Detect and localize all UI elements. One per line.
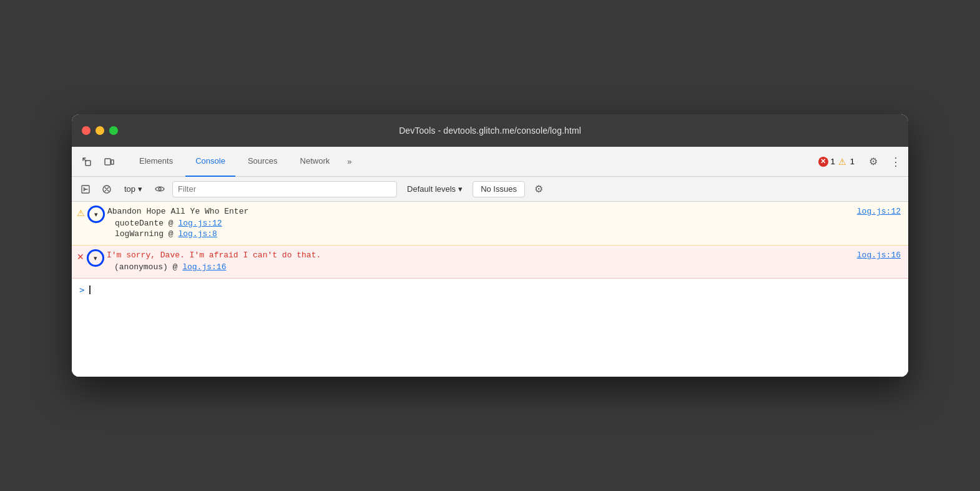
cursor xyxy=(89,285,91,294)
warning-triangle-icon: ⚠ xyxy=(77,208,85,218)
warning-row: ⚠ ▾ Abandon Hope All Ye Who Enter quoteD… xyxy=(72,202,908,245)
tab-console[interactable]: Console xyxy=(185,147,235,177)
warning-icon: ⚠ xyxy=(838,157,848,167)
prompt-symbol: > xyxy=(79,285,84,295)
console-input-row[interactable]: > xyxy=(72,279,908,301)
titlebar: DevTools - devtools.glitch.me/console/lo… xyxy=(72,114,908,147)
warning-expand-button[interactable]: ▾ xyxy=(87,206,105,223)
warning-main-text: Abandon Hope All Ye Who Enter xyxy=(107,207,855,216)
more-options-button[interactable]: ⋮ xyxy=(888,152,903,172)
tab-elements[interactable]: Elements xyxy=(129,147,183,177)
expand-arrow-icon: ▾ xyxy=(94,211,98,219)
device-toolbar-button[interactable] xyxy=(99,152,119,172)
window-title: DevTools - devtools.glitch.me/console/lo… xyxy=(399,126,581,136)
svg-point-5 xyxy=(159,188,161,191)
levels-dropdown-icon: ▾ xyxy=(458,184,463,194)
tab-network[interactable]: Network xyxy=(290,147,340,177)
minimize-button[interactable] xyxy=(96,126,104,135)
eye-button[interactable] xyxy=(151,181,169,198)
more-tabs-button[interactable]: » xyxy=(342,152,356,171)
no-issues-label: No Issues xyxy=(481,184,517,194)
tab-bar: Elements Console Sources Network » ✕ 1 ⚠… xyxy=(72,147,908,177)
error-icon: ✕ xyxy=(818,157,828,167)
console-output: ⚠ ▾ Abandon Hope All Ye Who Enter quoteD… xyxy=(72,202,908,377)
dropdown-arrow-icon: ▾ xyxy=(138,184,142,194)
filter-input[interactable] xyxy=(172,181,397,197)
log-levels-button[interactable]: Default levels ▾ xyxy=(401,182,469,196)
stack-line-2: logWarning @ log.js:8 xyxy=(107,229,855,239)
tool-buttons xyxy=(77,152,119,172)
window-controls xyxy=(82,126,118,135)
levels-label: Default levels xyxy=(407,184,456,194)
svg-rect-2 xyxy=(111,160,114,164)
console-toolbar: top ▾ Default levels ▾ No Issues ⚙ xyxy=(72,177,908,202)
error-main-text: I'm sorry, Dave. I'm afraid I can't do t… xyxy=(107,250,855,260)
context-label: top xyxy=(124,184,135,194)
error-stack-line-1: (anonymous) @ log.js:16 xyxy=(107,262,855,272)
error-expand-button[interactable]: ▾ xyxy=(87,249,104,267)
tabbar-right: ✕ 1 ⚠ 1 ⚙ ⋮ xyxy=(815,152,903,172)
tab-sources[interactable]: Sources xyxy=(238,147,288,177)
error-stack-link-1[interactable]: log.js:16 xyxy=(182,262,226,272)
error-row: ✕ ▾ I'm sorry, Dave. I'm afraid I can't … xyxy=(72,245,908,279)
expand-arrow-icon-2: ▾ xyxy=(94,254,97,262)
error-message-area: I'm sorry, Dave. I'm afraid I can't do t… xyxy=(107,250,855,273)
error-count: 1 xyxy=(831,157,835,166)
warn-count: 1 xyxy=(850,157,855,166)
error-circle-icon: ✕ xyxy=(77,252,84,262)
devtools-panel: Elements Console Sources Network » ✕ 1 ⚠… xyxy=(72,147,908,377)
warning-message-area: Abandon Hope All Ye Who Enter quoteDante… xyxy=(107,207,855,240)
inspector-button[interactable] xyxy=(77,152,97,172)
clear-console-button[interactable] xyxy=(77,181,94,198)
stack-link-2[interactable]: log.js:8 xyxy=(178,229,217,239)
settings-button[interactable]: ⚙ xyxy=(863,152,883,172)
devtools-window: DevTools - devtools.glitch.me/console/lo… xyxy=(72,114,908,377)
console-settings-button[interactable]: ⚙ xyxy=(529,179,549,199)
error-source-link[interactable]: log.js:16 xyxy=(857,250,901,260)
close-button[interactable] xyxy=(82,126,91,135)
error-badge[interactable]: ✕ 1 ⚠ 1 xyxy=(815,156,858,168)
svg-rect-1 xyxy=(105,159,110,165)
maximize-button[interactable] xyxy=(109,126,118,135)
warning-source-link[interactable]: log.js:12 xyxy=(857,207,901,216)
context-selector[interactable]: top ▾ xyxy=(119,183,147,195)
stack-line-1: quoteDante @ log.js:12 xyxy=(107,219,855,228)
clear-messages-button[interactable] xyxy=(98,181,115,198)
no-issues-button[interactable]: No Issues xyxy=(473,181,525,197)
stack-link-1[interactable]: log.js:12 xyxy=(178,219,222,228)
